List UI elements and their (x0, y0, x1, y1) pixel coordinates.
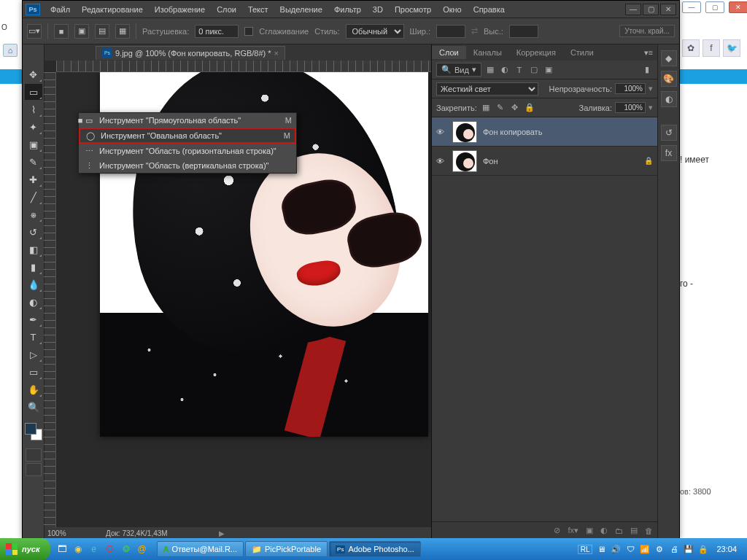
flyout-rect-marquee[interactable]: ■▭ Инструмент "Прямоугольная область"M (79, 113, 296, 128)
tab-styles[interactable]: Стили (563, 46, 601, 59)
ql-opera-icon[interactable]: O (103, 542, 117, 556)
filter-smart-icon[interactable]: ▣ (543, 64, 554, 76)
screenmode-icon[interactable] (26, 463, 42, 476)
ruler-horizontal[interactable] (56, 61, 431, 72)
tray-icon[interactable]: ⚙ (654, 543, 665, 555)
visibility-icon[interactable]: 👁 (436, 157, 446, 166)
filter-pixel-icon[interactable]: ▦ (484, 64, 496, 76)
zoom-tool-icon[interactable]: 🔍 (25, 399, 42, 415)
tab-layers[interactable]: Слои (432, 46, 466, 59)
os-close-icon[interactable]: ✕ (729, 1, 747, 13)
menu-view[interactable]: Просмотр (389, 5, 437, 14)
ps-restore-icon[interactable]: ▢ (643, 4, 659, 15)
flyout-row-marquee[interactable]: ⋯ Инструмент "Область (горизонтальная ст… (79, 144, 296, 158)
layer-kind-filter[interactable]: 🔍 Вид ▾ (436, 63, 481, 77)
group-icon[interactable]: 🗀 (615, 526, 623, 535)
ruler-vertical[interactable] (44, 72, 56, 527)
share-facebook-icon[interactable]: f (703, 39, 720, 57)
dodge-tool-icon[interactable]: ◐ (25, 294, 42, 310)
eraser-tool-icon[interactable]: ◧ (25, 241, 42, 257)
lock-pixels-icon[interactable]: ▦ (480, 102, 492, 114)
filter-shape-icon[interactable]: ▢ (528, 64, 540, 76)
layer-row[interactable]: 👁 Фон 🔒 (432, 147, 657, 176)
filter-type-icon[interactable]: T (514, 64, 525, 76)
ql-ie-icon[interactable]: e (87, 542, 101, 556)
feather-input[interactable] (195, 25, 239, 38)
share-odnoklassniki-icon[interactable]: ✿ (682, 39, 700, 57)
fx-icon[interactable]: fx▾ (568, 526, 578, 535)
gradient-tool-icon[interactable]: ▮ (25, 259, 42, 275)
quickmask-icon[interactable] (26, 448, 42, 462)
lock-all-icon[interactable]: 🔒 (524, 102, 535, 114)
hand-tool-icon[interactable]: ✋ (25, 381, 42, 397)
tab-channels[interactable]: Каналы (466, 46, 509, 59)
tray-icon[interactable]: 🖨 (668, 543, 680, 555)
pen-tool-icon[interactable]: ✒ (25, 311, 42, 327)
layer-thumb[interactable] (452, 121, 477, 143)
home-icon[interactable]: ⌂ (3, 44, 18, 57)
filter-adjust-icon[interactable]: ◐ (499, 64, 511, 76)
menu-window[interactable]: Окно (437, 5, 468, 14)
os-minimize-icon[interactable]: — (682, 1, 701, 13)
brush-tool-icon[interactable]: ╱ (25, 189, 42, 205)
canvas[interactable]: ■▭ Инструмент "Прямоугольная область"M ◯… (56, 72, 431, 527)
task-button[interactable]: AОтветы@Mail.R... (157, 541, 244, 557)
opacity-input[interactable]: 100% (615, 83, 646, 94)
tray-icon[interactable]: 🖥 (595, 543, 607, 555)
eyedropper-tool-icon[interactable]: ✎ (25, 154, 42, 170)
link-icon[interactable]: ⊘ (554, 526, 560, 535)
ql-mail-icon[interactable]: @ (135, 542, 150, 556)
crop-tool-icon[interactable]: ▣ (25, 136, 42, 152)
shape-tool-icon[interactable]: ▭ (25, 364, 42, 380)
menu-3d[interactable]: 3D (367, 5, 389, 14)
tray-icon[interactable]: 📶 (639, 543, 651, 555)
type-tool-icon[interactable]: T (25, 329, 42, 345)
magic-wand-tool-icon[interactable]: ✦ (25, 119, 42, 135)
flyout-col-marquee[interactable]: ⋮ Инструмент "Область (вертикальная стро… (79, 158, 296, 173)
lock-paint-icon[interactable]: ✎ (495, 102, 506, 114)
marquee-tool-icon[interactable]: ▭ (25, 84, 42, 100)
lasso-tool-icon[interactable]: ⌇ (25, 101, 42, 117)
menu-file[interactable]: Файл (44, 5, 76, 14)
menu-select[interactable]: Выделение (274, 5, 328, 14)
tab-adjustments[interactable]: Коррекция (509, 46, 563, 59)
os-restore-icon[interactable]: ▢ (705, 1, 724, 13)
tray-icon[interactable]: 🔊 (610, 543, 622, 555)
tool-preset-icon[interactable]: ▭▾ (27, 24, 42, 39)
blur-tool-icon[interactable]: 💧 (25, 276, 42, 292)
menu-image[interactable]: Изображение (149, 5, 211, 14)
adjustment-icon[interactable]: ◐ (600, 526, 608, 535)
document-tab[interactable]: Ps 9.jpg @ 100% (Фон копировать, RGB/8#)… (96, 46, 285, 60)
visibility-icon[interactable]: 👁 (436, 128, 446, 136)
new-layer-icon[interactable]: ▤ (630, 526, 638, 535)
menu-filter[interactable]: Фильтр (328, 5, 367, 14)
dock-layers-icon[interactable]: ◆ (661, 50, 677, 66)
ql-chrome-icon[interactable]: ◉ (71, 542, 85, 556)
menu-layer[interactable]: Слои (211, 5, 242, 14)
fill-input[interactable]: 100% (615, 102, 646, 113)
clock[interactable]: 23:04 (712, 545, 741, 553)
history-brush-tool-icon[interactable]: ↺ (25, 224, 42, 240)
refine-edge-button[interactable]: Уточн. край... (619, 25, 675, 37)
layer-name[interactable]: Фон копировать (483, 128, 542, 136)
tray-icon[interactable]: 💾 (683, 543, 694, 555)
start-button[interactable]: пуск (0, 538, 50, 560)
task-button[interactable]: 📁PicPickPortable (245, 541, 328, 557)
task-button[interactable]: PsAdobe Photosho... (329, 541, 421, 557)
dock-color-icon[interactable]: 🎨 (661, 71, 677, 87)
blend-mode-select[interactable]: Жесткий свет (436, 82, 538, 96)
dock-history-icon[interactable]: ↺ (661, 125, 677, 141)
ql-explorer-icon[interactable]: 🗔 (55, 542, 69, 556)
ps-minimize-icon[interactable]: — (625, 4, 641, 15)
share-twitter-icon[interactable]: 🐦 (723, 39, 740, 57)
intersect-selection-icon[interactable]: ▦ (115, 24, 130, 39)
color-swatch[interactable] (24, 422, 43, 441)
style-select[interactable]: Обычный (346, 24, 404, 39)
new-selection-icon[interactable]: ■ (54, 24, 69, 39)
tab-close-icon[interactable]: × (274, 49, 279, 58)
tray-icon[interactable]: 🔒 (697, 543, 709, 555)
menu-help[interactable]: Справка (468, 5, 511, 14)
flyout-ellipse-marquee[interactable]: ◯ Инструмент "Овальная область"M (79, 128, 296, 144)
zoom-level[interactable]: 100% (47, 529, 84, 537)
subtract-selection-icon[interactable]: ▤ (95, 24, 109, 39)
